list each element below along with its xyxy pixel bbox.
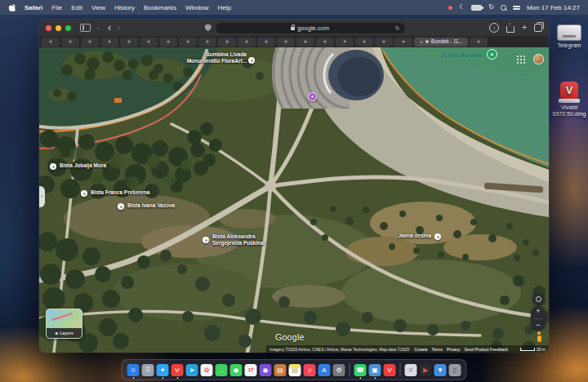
dock-notes[interactable]: ▤ <box>289 364 301 376</box>
dock-vivaldi-installer[interactable]: V <box>384 364 396 376</box>
menu-help[interactable]: Help <box>217 4 230 11</box>
dock-appstore[interactable]: A <box>318 364 331 376</box>
tab-12[interactable]: ★ <box>277 38 295 47</box>
tab-active[interactable]: ×★Bundek - G... <box>414 38 468 47</box>
tab-3[interactable]: ★ <box>100 38 118 47</box>
poi-pin-bumbina[interactable] <box>248 57 255 64</box>
dock-settings[interactable]: ⚙ <box>333 364 345 376</box>
apple-menu-icon[interactable] <box>8 3 16 12</box>
menu-clock[interactable]: Mon 17 Feb 14:27 <box>527 4 580 11</box>
pegman-icon[interactable] <box>536 331 542 343</box>
tab-13[interactable]: ★ <box>296 38 314 47</box>
dock-preview[interactable]: ▣ <box>369 364 381 376</box>
menu-safari[interactable]: Safari <box>24 4 42 11</box>
tab-10[interactable]: ★ <box>238 38 256 47</box>
sync-icon[interactable]: ↻ <box>488 4 494 11</box>
tab-14[interactable]: ★ <box>316 38 334 47</box>
tab-4[interactable]: ★ <box>120 38 138 47</box>
new-tab-icon[interactable]: + <box>522 24 527 32</box>
dock-photos[interactable]: ✿ <box>201 364 213 376</box>
tab-5[interactable]: ★ <box>140 38 158 47</box>
dock-tv[interactable]: ▶ <box>420 364 432 376</box>
vivaldi-dmg[interactable]: VVivaldi6570.50.dmg <box>550 82 588 118</box>
battery-icon[interactable] <box>471 5 482 11</box>
tab-0[interactable]: ★ <box>42 38 60 47</box>
control-center-icon[interactable] <box>513 5 520 11</box>
chevron-down-icon[interactable]: ⌄ <box>96 25 100 30</box>
dock-calendar[interactable]: 17 <box>245 364 257 376</box>
tab-15[interactable]: ✦ <box>336 38 354 47</box>
menu-bookmarks[interactable]: Bookmarks <box>144 4 176 11</box>
poi-pin-cesma[interactable] <box>434 233 441 240</box>
park-poi-icon[interactable]: ▲ <box>487 49 497 60</box>
attribution-link[interactable]: Privacy <box>447 347 460 352</box>
tab-7[interactable]: ★ <box>179 38 197 47</box>
spotlight-icon[interactable] <box>501 5 506 11</box>
downloads-icon[interactable]: ↓ <box>489 23 499 33</box>
dock-launchpad[interactable]: ⠿ <box>142 364 154 376</box>
poi-pin-vazova[interactable] <box>118 203 124 210</box>
url-text[interactable]: google.com <box>297 24 329 32</box>
tab-1[interactable]: ★ <box>61 38 79 47</box>
tab-18[interactable]: ★ <box>394 38 412 47</box>
reload-icon[interactable]: ↻ <box>395 25 400 31</box>
close-tab-icon[interactable]: × <box>420 39 423 45</box>
tab-8[interactable]: ★ <box>198 38 216 47</box>
menu-view[interactable]: View <box>91 4 105 11</box>
dock-vivaldi[interactable]: V <box>172 364 184 376</box>
dock-downloads[interactable]: ▼ <box>434 364 447 376</box>
tab-9[interactable]: ★ <box>218 38 236 47</box>
dock-messages[interactable]: … <box>216 364 228 376</box>
dock-books[interactable]: ▤ <box>274 364 287 376</box>
my-location-button[interactable] <box>532 293 545 305</box>
menu-edit[interactable]: Edit <box>71 4 82 11</box>
side-panel-collapse-handle[interactable]: ‹ <box>39 186 45 207</box>
zoom-in-button[interactable]: + <box>531 308 546 315</box>
lake-name-label[interactable]: Jezero Bundek <box>441 52 482 58</box>
event-marker[interactable]: ★ <box>308 92 317 101</box>
attribution-link[interactable]: Croatia <box>414 347 427 352</box>
google-apps-grid-icon[interactable] <box>517 56 526 64</box>
dock-podcasts[interactable]: ◉ <box>260 364 272 376</box>
tab-6[interactable]: ★ <box>159 38 177 47</box>
close-window-button[interactable] <box>46 25 51 31</box>
dock-disk-image[interactable]: ≡ <box>405 364 417 376</box>
zoom-out-button[interactable]: − <box>531 322 546 329</box>
google-maps-satellite-view[interactable]: Bumbina LivadaMonumentito FloraArt...Bis… <box>39 47 549 353</box>
back-button[interactable]: ‹ <box>108 23 111 33</box>
dock-whatsapp[interactable]: ☎ <box>354 364 367 376</box>
dock-safari[interactable]: ✦ <box>157 364 169 376</box>
attribution-link[interactable]: Send Product Feedback <box>464 347 508 352</box>
tab-2[interactable]: ★ <box>81 38 99 47</box>
minimize-window-button[interactable] <box>56 25 61 31</box>
tab-17[interactable]: ★ <box>375 38 393 47</box>
dock-finder[interactable]: ☺ <box>127 364 140 376</box>
star-favicon-icon: ★ <box>48 39 52 44</box>
layers-button[interactable]: ◈ Layers <box>46 309 82 339</box>
privacy-shield-icon[interactable] <box>205 24 212 32</box>
tab-20[interactable]: ★ <box>470 38 488 47</box>
moon-icon[interactable]: ☾ <box>459 4 465 11</box>
telegram-disk[interactable]: Telegram <box>550 24 588 49</box>
sidebar-toggle-icon[interactable] <box>80 24 91 32</box>
dock-trash[interactable]: ▯ <box>449 364 461 376</box>
record-icon[interactable] <box>448 6 452 10</box>
forward-button[interactable]: › <box>117 23 120 33</box>
account-avatar[interactable] <box>533 54 544 64</box>
dock-music[interactable]: ♫ <box>304 364 316 376</box>
dock-telegram[interactable]: ➤ <box>186 364 198 376</box>
share-icon[interactable] <box>506 26 514 33</box>
tab-11[interactable]: ★ <box>257 38 275 47</box>
tab-16[interactable]: ★ <box>355 38 373 47</box>
poi-pin-preserena[interactable] <box>81 190 87 197</box>
attribution-link[interactable]: Terms <box>431 347 443 352</box>
menu-file[interactable]: File <box>51 4 62 11</box>
poi-pin-puskina[interactable] <box>203 237 209 243</box>
dock-facetime[interactable]: ◉ <box>230 364 243 376</box>
address-bar[interactable]: google.com ↻ <box>216 23 405 33</box>
zoom-window-button[interactable] <box>65 25 71 31</box>
menu-history[interactable]: History <box>114 4 135 11</box>
menu-window[interactable]: Window <box>185 4 208 11</box>
poi-pin-jokaija[interactable] <box>50 163 56 170</box>
tab-overview-icon[interactable] <box>534 24 542 32</box>
